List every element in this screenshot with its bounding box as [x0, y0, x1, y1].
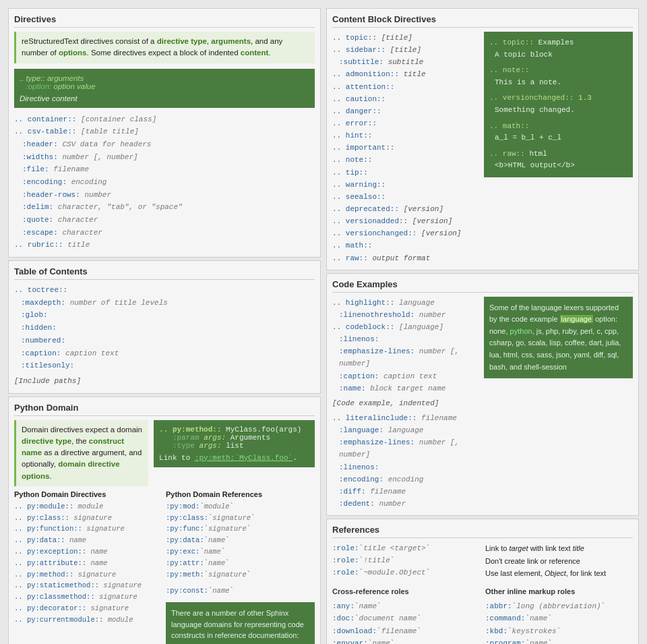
- py-refs-extra-box: There are a number of other Sphinx langu…: [166, 602, 315, 644]
- cb-item: .. raw:: output format: [332, 252, 481, 264]
- cb-item: .. versionchanged:: [version]: [332, 227, 481, 239]
- code-item: :language: language: [332, 424, 481, 436]
- python-domain-panel: Python Domain Domain directives expect a…: [8, 397, 321, 644]
- cb-item: .. warning::: [332, 179, 481, 191]
- cb-ex-line: .. versionchanged:: 1.3: [489, 92, 627, 105]
- cb-left-col: .. topic:: [title] .. sidebar:: [title] …: [332, 32, 481, 264]
- cb-item: .. math::: [332, 239, 481, 252]
- cb-ex-line: This is a note.: [495, 77, 627, 89]
- python-domain-title: Python Domain: [14, 403, 315, 416]
- py-dir-list: .. py:module:: module .. py:class:: sign…: [14, 501, 163, 626]
- code-item: :emphasize-lines: number [, number]: [332, 436, 481, 461]
- dir-item: .. container:: [container class]: [14, 113, 315, 126]
- dir-item: :file: filename: [14, 163, 315, 176]
- inline-item: :command:`name`: [485, 612, 633, 624]
- inline-item: :program:`name`: [485, 637, 633, 644]
- cross-ref-col: Cross-reference roles :any:`name` :doc:`…: [332, 585, 480, 644]
- code-item: [Code example, indented]: [332, 397, 481, 409]
- py-dir-col: Python Domain Directives .. py:module:: …: [14, 490, 163, 644]
- cb-ex-line: .. math::: [489, 121, 627, 133]
- py-ref-item: :py:meth:`signature`: [166, 569, 315, 581]
- dir-item: :escape: character: [14, 227, 315, 239]
- py-ex-line4: Link to :py:meth:`MyClass.foo`.: [159, 454, 309, 462]
- py-dir-item: .. py:classmethod:: signature: [14, 591, 163, 603]
- toc-list: .. toctree:: :maxdepth: number of title …: [14, 284, 315, 388]
- inline-markup-col: Other inline markup roles :abbr:`long (a…: [485, 585, 633, 644]
- inline-markup-list: Other inline markup roles :abbr:`long (a…: [485, 585, 633, 644]
- example-line2: :option: option value: [20, 82, 309, 90]
- references-panel: References :role:`title <target>` :role:…: [326, 519, 639, 644]
- ref-right-col: Link to target with link text title Don'…: [485, 542, 633, 580]
- cb-ex-line: .. raw:: html: [489, 148, 627, 160]
- py-dir-title: Python Domain Directives: [14, 490, 163, 498]
- code-item: :encoding: encoding: [332, 473, 481, 486]
- cb-ex-line: .. topic:: Examples: [489, 37, 627, 49]
- code-item: :linenothreshold: number: [332, 309, 481, 321]
- toc-item: :maxdepth: number of title levels: [14, 297, 315, 310]
- cb-item: .. deprecated:: [version]: [332, 203, 481, 215]
- cb-item: .. admonition:: title: [332, 68, 481, 80]
- cross-ref-title: Cross-reference roles: [332, 585, 480, 597]
- py-dir-item: .. py:method:: signature: [14, 569, 163, 581]
- py-ref-item: :py:class:`signature`: [166, 513, 315, 524]
- cb-item: .. error::: [332, 117, 481, 129]
- py-ex-line2: :param args: Arguments: [159, 434, 309, 442]
- toc-item: :numbered:: [14, 334, 315, 347]
- code-list: .. highlight:: language :linenothreshold…: [332, 297, 481, 510]
- ref-item: :role:`~module.Object`: [332, 566, 480, 579]
- toc-item: :glob:: [14, 309, 315, 322]
- code-item: :emphasize-lines: number [, number]: [332, 345, 481, 370]
- python-example-box: .. py:method:: MyClass.foo(args) :param …: [154, 420, 315, 490]
- py-ref-list: :py:mod:`module` :py:class:`signature` :…: [166, 501, 315, 581]
- code-item: :diff: filename: [332, 486, 481, 498]
- cross-ref-item: :envvar:`name`: [332, 637, 480, 644]
- cb-item: .. important::: [332, 142, 481, 154]
- cb-right-col: .. topic:: Examples A topic block .. not…: [484, 32, 633, 264]
- py-dir-item: .. py:module:: module: [14, 501, 163, 513]
- cb-ex-line: .. note::: [489, 65, 627, 77]
- dir-item: :encoding: encoding: [14, 176, 315, 189]
- toc-item: :caption: caption text: [14, 347, 315, 360]
- code-item: :linenos:: [332, 333, 481, 345]
- example-line3: Directive content: [20, 94, 309, 103]
- py-dir-item: .. py:class:: signature: [14, 513, 163, 524]
- dir-item: .. rubric:: title: [14, 239, 315, 252]
- py-dir-item: .. py:currentmodule:: module: [14, 614, 163, 626]
- py-ref-item: :py:data:`name`: [166, 535, 315, 546]
- ref-desc-item: Use last element, Object, for link text: [485, 567, 633, 580]
- py-dir-item: .. py:data:: name: [14, 535, 163, 546]
- cross-ref-item: :download:`filename`: [332, 625, 480, 637]
- inline-item: :kbd:`keystrokes`: [485, 625, 633, 637]
- directives-desc: reStructuredText directives consist of a…: [14, 32, 315, 63]
- cb-ex-line: A topic block: [495, 49, 627, 61]
- code-item: :name: block target name: [332, 382, 481, 394]
- cb-item: .. hint::: [332, 129, 481, 142]
- py-ref-item: :py:attr:`name`: [166, 558, 315, 569]
- cb-list: .. topic:: [title] .. sidebar:: [title] …: [332, 32, 481, 264]
- cb-item: .. seealso::: [332, 191, 481, 203]
- code-item: :linenos:: [332, 461, 481, 473]
- py-dir-item: .. py:function:: signature: [14, 523, 163, 535]
- toc-panel: Table of Contents .. toctree:: :maxdepth…: [8, 260, 321, 394]
- ref-desc-item: Don't create link or reference: [485, 555, 633, 568]
- cb-item: .. caution::: [332, 93, 481, 105]
- ref-item: :role:`title <target>`: [332, 542, 480, 554]
- code-item: :caption: caption text: [332, 370, 481, 382]
- code-item: .. highlight:: language: [332, 297, 481, 309]
- toc-item: [Include paths]: [14, 375, 315, 388]
- inline-markup-title: Other inline markup roles: [485, 585, 633, 597]
- lang-box: Some of the language lexers supported by…: [484, 297, 633, 379]
- ref-desc-item: Link to target with link text title: [485, 542, 633, 555]
- references-grid: :role:`title <target>` :role:`!title` :r…: [332, 542, 633, 580]
- cb-item: .. versionadded:: [version]: [332, 215, 481, 227]
- py-ref-item: :py:exc:`name`: [166, 546, 315, 558]
- ref-left-col: :role:`title <target>` :role:`!title` :r…: [332, 542, 480, 580]
- py-dir-item: .. py:decorator:: signature: [14, 603, 163, 614]
- cb-example-box: .. topic:: Examples A topic block .. not…: [484, 32, 633, 177]
- cb-item: .. topic:: [title]: [332, 32, 481, 44]
- cross-ref-list: Cross-reference roles :any:`name` :doc:`…: [332, 585, 480, 644]
- cb-item: :subtitle: subtitle: [332, 56, 481, 68]
- inline-item: :abbr:`long (abbreviation)`: [485, 600, 633, 612]
- python-domain-desc: Domain directives expect a domain direct…: [14, 420, 148, 490]
- code-examples-panel: Code Examples .. highlight:: language :l…: [326, 273, 639, 516]
